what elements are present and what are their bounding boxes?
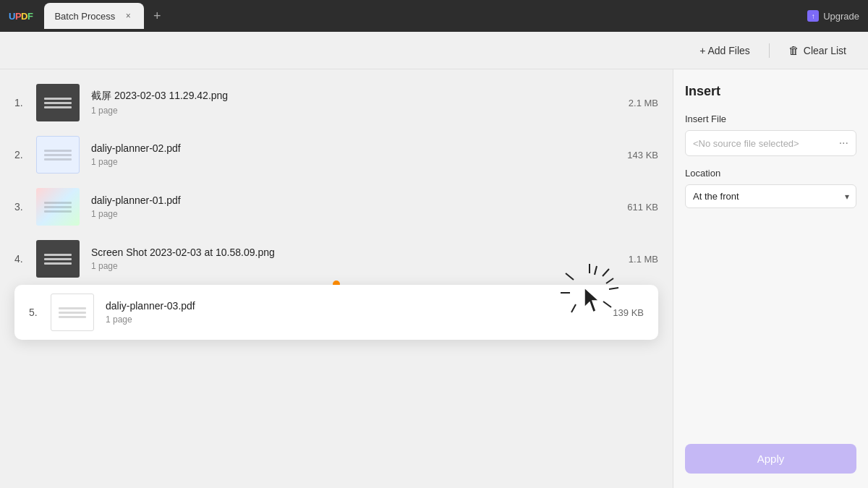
list-item[interactable]: 4. Screen Shot 2023-02-03 at 10.58.09.pn… xyxy=(0,233,673,285)
logo-f: F xyxy=(27,11,33,22)
file-size: 143 KB xyxy=(627,150,658,160)
file-info: daliy-planner-02.pdf 1 page xyxy=(91,142,627,167)
file-info: 截屏 2023-02-03 11.29.42.png 1 page xyxy=(91,90,629,116)
file-size: 1.1 MB xyxy=(629,254,658,265)
file-thumbnail xyxy=(36,240,80,278)
main-content: + Add Files 🗑 Clear List 1. xyxy=(0,32,868,488)
file-size: 611 KB xyxy=(627,202,658,213)
titlebar-right: ↑ Upgrade xyxy=(807,10,859,22)
list-item[interactable]: 2. daliy-planner-02.pdf 1 page 143 KB xyxy=(0,129,673,181)
upgrade-label: Upgrade xyxy=(823,11,859,22)
file-info: daliy-planner-01.pdf 1 page xyxy=(91,194,627,219)
tab-close-button[interactable]: × xyxy=(122,10,134,22)
clear-list-button[interactable]: 🗑 Clear List xyxy=(781,40,854,61)
logo-p: P xyxy=(15,11,21,22)
right-panel: Insert Insert File <No source file selec… xyxy=(673,69,868,488)
file-pages: 1 page xyxy=(91,209,627,219)
file-size: 2.1 MB xyxy=(629,98,658,108)
app-logo: UPDF xyxy=(9,11,33,22)
upgrade-icon: ↑ xyxy=(807,10,819,22)
toolbar-separator xyxy=(769,43,770,58)
file-thumbnail xyxy=(36,84,80,121)
file-size: 139 KB xyxy=(613,307,644,318)
content-area: 1. 截屏 2023-02-03 11.29.42.png 1 page 2.1… xyxy=(0,69,868,488)
file-number: 4. xyxy=(14,253,36,265)
add-files-button[interactable]: + Add Files xyxy=(692,40,757,61)
file-number: 2. xyxy=(14,149,36,160)
file-pages: 1 page xyxy=(106,314,613,325)
upgrade-button[interactable]: ↑ Upgrade xyxy=(807,10,859,22)
file-number: 1. xyxy=(14,97,36,108)
titlebar: UPDF Batch Process × + ↑ Upgrade xyxy=(0,0,868,32)
apply-button[interactable]: Apply xyxy=(685,444,856,474)
tab-label: Batch Process xyxy=(54,11,115,22)
list-item[interactable]: 3. daliy-planner-01.pdf 1 page 611 KB xyxy=(0,181,673,233)
file-name: daliy-planner-02.pdf xyxy=(91,142,627,154)
trash-icon: 🗑 xyxy=(788,44,799,56)
file-name: 截屏 2023-02-03 11.29.42.png xyxy=(91,90,629,103)
insert-file-placeholder: <No source file selected> xyxy=(693,138,833,149)
location-select-wrapper: At the front At the end After page Befor… xyxy=(685,184,856,208)
insert-file-label: Insert File xyxy=(685,114,856,124)
file-number: 3. xyxy=(14,201,36,213)
add-files-label: + Add Files xyxy=(699,45,750,56)
panel-title: Insert xyxy=(685,84,856,99)
file-pages: 1 page xyxy=(91,261,629,271)
location-label: Location xyxy=(685,168,856,179)
file-thumbnail xyxy=(51,294,94,331)
insert-file-input[interactable]: <No source file selected> ··· xyxy=(685,130,856,156)
file-pages: 1 page xyxy=(91,157,627,167)
panel-spacer xyxy=(685,223,856,444)
file-thumbnail xyxy=(36,136,80,174)
file-name: daliy-planner-01.pdf xyxy=(91,194,627,206)
toolbar: + Add Files 🗑 Clear List xyxy=(0,32,868,69)
file-number: 5. xyxy=(29,307,51,318)
list-item[interactable]: 1. 截屏 2023-02-03 11.29.42.png 1 page 2.1… xyxy=(0,77,673,129)
file-name: Screen Shot 2023-02-03 at 10.58.09.png xyxy=(91,247,629,258)
file-pages: 1 page xyxy=(91,106,629,116)
new-tab-button[interactable]: + xyxy=(147,6,167,26)
file-thumbnail xyxy=(36,188,80,226)
list-item-highlighted[interactable]: 5. daliy-planner-03.pdf 1 page 139 KB xyxy=(14,285,658,340)
file-list: 1. 截屏 2023-02-03 11.29.42.png 1 page 2.1… xyxy=(0,69,673,488)
file-name: daliy-planner-03.pdf xyxy=(106,300,613,312)
file-info: Screen Shot 2023-02-03 at 10.58.09.png 1… xyxy=(91,247,629,271)
file-info: daliy-planner-03.pdf 1 page xyxy=(106,300,613,325)
clear-list-label: Clear List xyxy=(804,45,846,56)
location-select[interactable]: At the front At the end After page Befor… xyxy=(685,184,856,208)
logo-u: U xyxy=(9,11,15,22)
batch-process-tab[interactable]: Batch Process × xyxy=(44,3,144,29)
logo-d: D xyxy=(21,11,27,22)
insert-file-dots[interactable]: ··· xyxy=(839,137,848,150)
